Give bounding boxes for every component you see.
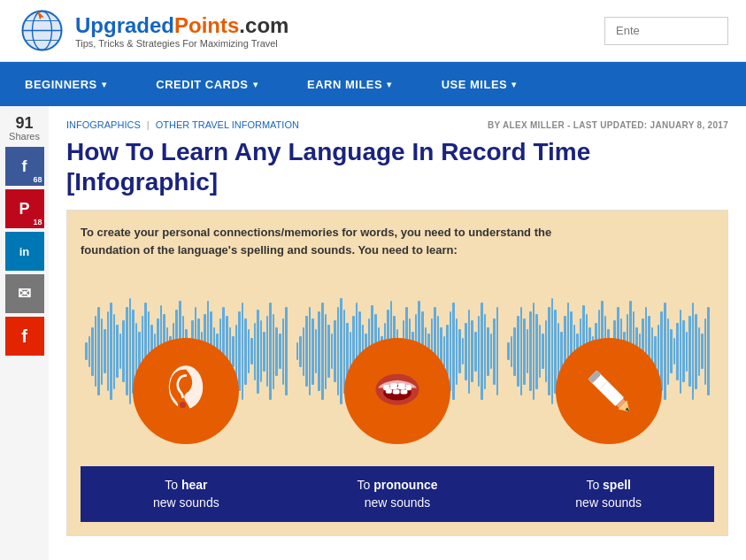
main-wrapper: 91 Shares f 68 P 18 in ✉ f INFOGRAPHICS … bbox=[0, 106, 746, 560]
nav-earn-miles-label: EARN MILES bbox=[307, 78, 382, 91]
email-icon: ✉ bbox=[18, 284, 31, 303]
sound-wave-bg-3 bbox=[503, 272, 714, 466]
logo-text: UpgradedPoints.com Tips, Tricks & Strate… bbox=[75, 13, 288, 49]
article-title: How To Learn Any Language In Record Time… bbox=[66, 137, 728, 196]
logo-points: Points bbox=[174, 13, 239, 37]
nav-use-miles[interactable]: USE MILES ▾ bbox=[417, 62, 542, 106]
share-count-block: 91 Shares bbox=[9, 115, 40, 142]
info-card-pronounce: To pronouncenew sounds bbox=[292, 272, 504, 522]
infographic-preview: To create your personal connections/memo… bbox=[66, 210, 728, 536]
nav-beginners[interactable]: BEGINNERS ▾ bbox=[0, 62, 131, 106]
mouth-icon-circle bbox=[344, 338, 450, 444]
svg-rect-16 bbox=[393, 389, 400, 394]
spell-card-label: To spellnew sounds bbox=[503, 466, 714, 522]
pencil-icon-circle bbox=[556, 338, 662, 444]
hear-bold: hear bbox=[181, 478, 208, 492]
ear-icon bbox=[155, 360, 217, 422]
pinterest-icon: P bbox=[19, 200, 29, 219]
facebook-count: 68 bbox=[33, 175, 42, 184]
nav-use-miles-label: USE MILES bbox=[442, 78, 508, 91]
svg-rect-15 bbox=[386, 389, 392, 394]
logo-upgraded: Upgraded bbox=[75, 13, 174, 37]
spell-bold: spell bbox=[603, 478, 631, 492]
svg-rect-17 bbox=[401, 389, 408, 394]
site-header: UpgradedPoints.com Tips, Tricks & Strate… bbox=[0, 0, 746, 62]
ear-icon-circle bbox=[133, 338, 239, 444]
article-meta: BY ALEX MILLER - LAST UPDATED: JANUARY 8… bbox=[488, 120, 728, 130]
nav-credit-cards-label: CREDIT CARDS bbox=[156, 78, 248, 91]
pinterest-share-button[interactable]: P 18 bbox=[5, 189, 44, 228]
nav-credit-cards-arrow: ▾ bbox=[253, 80, 258, 89]
breadcrumb-category2[interactable]: OTHER TRAVEL INFORMATION bbox=[156, 119, 299, 130]
hear-card-label: To hearnew sounds bbox=[81, 466, 292, 522]
logo-globe-icon bbox=[18, 6, 66, 55]
flipboard-share-button[interactable]: f bbox=[5, 317, 44, 356]
nav-earn-miles-arrow: ▾ bbox=[387, 80, 392, 89]
nav-beginners-arrow: ▾ bbox=[102, 80, 107, 89]
svg-rect-13 bbox=[398, 383, 405, 389]
info-card-hear: To hearnew sounds bbox=[81, 272, 292, 522]
facebook-share-button[interactable]: f 68 bbox=[5, 147, 44, 186]
nav-beginners-label: BEGINNERS bbox=[25, 78, 97, 91]
pencil-icon bbox=[578, 360, 640, 422]
breadcrumb-separator: | bbox=[147, 119, 150, 130]
share-label: Shares bbox=[9, 131, 40, 142]
nav-use-miles-arrow: ▾ bbox=[511, 80, 517, 89]
nav-credit-cards[interactable]: CREDIT CARDS ▾ bbox=[131, 62, 282, 106]
linkedin-icon: in bbox=[19, 245, 30, 258]
nav-earn-miles[interactable]: EARN MILES ▾ bbox=[282, 62, 417, 106]
main-nav: BEGINNERS ▾ CREDIT CARDS ▾ EARN MILES ▾ … bbox=[0, 62, 746, 106]
svg-rect-14 bbox=[406, 385, 411, 390]
flipboard-icon: f bbox=[21, 326, 27, 347]
email-share-button[interactable]: ✉ bbox=[5, 274, 44, 313]
info-card-spell: To spellnew sounds bbox=[503, 272, 714, 522]
logo-domain: .com bbox=[239, 13, 288, 37]
infographic-intro: To create your personal connections/memo… bbox=[81, 224, 594, 258]
breadcrumb: INFOGRAPHICS | OTHER TRAVEL INFORMATION … bbox=[66, 119, 728, 130]
pinterest-count: 18 bbox=[33, 218, 42, 226]
pronounce-bold: pronounce bbox=[373, 478, 437, 492]
content-area: INFOGRAPHICS | OTHER TRAVEL INFORMATION … bbox=[49, 106, 746, 560]
facebook-icon: f bbox=[22, 157, 27, 176]
share-number: 91 bbox=[9, 115, 40, 131]
search-input[interactable] bbox=[604, 17, 728, 45]
logo-tagline: Tips, Tricks & Strategies For Maximizing… bbox=[75, 38, 288, 49]
linkedin-share-button[interactable]: in bbox=[5, 232, 44, 271]
svg-rect-12 bbox=[390, 383, 397, 389]
breadcrumb-category1[interactable]: INFOGRAPHICS bbox=[66, 119, 141, 130]
breadcrumb-categories: INFOGRAPHICS | OTHER TRAVEL INFORMATION bbox=[66, 119, 299, 130]
infographic-cards: To hearnew sounds bbox=[81, 272, 714, 522]
pronounce-card-label: To pronouncenew sounds bbox=[292, 466, 504, 522]
logo[interactable]: UpgradedPoints.com Tips, Tricks & Strate… bbox=[18, 6, 288, 55]
mouth-icon bbox=[366, 360, 428, 422]
sidebar-shares: 91 Shares f 68 P 18 in ✉ f bbox=[0, 106, 49, 560]
svg-point-8 bbox=[180, 402, 186, 408]
sound-wave-bg-2 bbox=[292, 272, 504, 466]
sound-wave-bg-1 bbox=[81, 272, 292, 466]
